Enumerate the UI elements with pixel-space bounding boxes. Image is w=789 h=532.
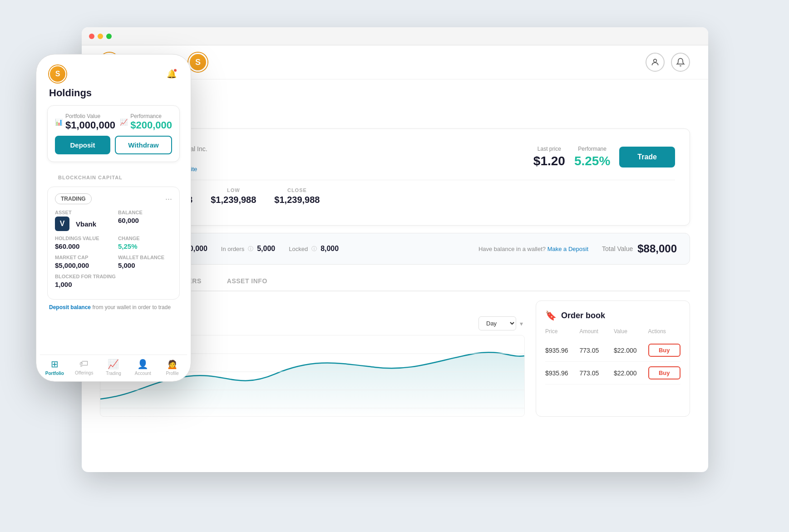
- mobile-section-title: Holdings: [40, 87, 187, 105]
- col-amount: Amount: [580, 328, 612, 335]
- mobile-asset-card-header: TRADING ···: [55, 193, 172, 204]
- close-dot: [89, 34, 94, 39]
- portfolio-value-item: 📊 Portfolio Value $1,000,000: [55, 113, 115, 131]
- asset-col: ASSET V Vbank: [55, 210, 109, 231]
- performance-value: 5.25%: [574, 154, 610, 168]
- change-value: 5,25%: [118, 242, 172, 250]
- ob-value-2: $22.000: [614, 369, 646, 377]
- portfolio-icon: 📊: [55, 118, 63, 126]
- mobile-screen: S 🔔 Holdings 📊 Portfolio Value $1,000,00…: [40, 58, 187, 378]
- deposit-msg: Have balance in a wallet? Make a Deposit: [478, 246, 588, 252]
- blockchain-label-container: BLOCKCHAIN CAPITAL: [40, 168, 187, 187]
- ob-amount-1: 773.05: [580, 347, 612, 354]
- order-book-header: 🔖 Order book: [545, 310, 681, 321]
- order-book-icon: 🔖: [545, 310, 557, 321]
- buy-button-2[interactable]: Buy: [648, 366, 681, 379]
- asset-header: Vbank Vbank Capital Inc. Incorporation N…: [115, 142, 675, 172]
- blocked-col: BLOCKED FOR TRADING 1,000: [55, 274, 172, 288]
- tab-asset-info[interactable]: ASSET INFO: [214, 272, 280, 291]
- nav-profile[interactable]: 🙍 Profile: [158, 359, 187, 376]
- portfolio-value-amount: $1,000,000: [65, 119, 115, 131]
- nav-account[interactable]: 👤 Account: [128, 359, 158, 376]
- buy-button-1[interactable]: Buy: [648, 344, 681, 357]
- trading-nav-icon: 📈: [108, 359, 119, 369]
- trading-badge: TRADING: [55, 193, 92, 204]
- ob-amount-2: 773.05: [580, 369, 612, 377]
- change-label: CHANGE: [118, 236, 172, 241]
- window-controls: [89, 34, 112, 39]
- more-options-icon[interactable]: ···: [165, 194, 172, 204]
- market-cap-label: MARKET CAP: [55, 255, 109, 260]
- asset-label: ASSET: [55, 210, 109, 215]
- mobile-deposit-msg: Deposit balance from your wallet in orde…: [40, 300, 187, 310]
- offerings-nav-label: Offerings: [75, 370, 93, 375]
- chart-filter: Day Week Month ▾: [478, 316, 523, 330]
- in-orders-info-icon: ⓘ: [248, 245, 253, 253]
- notification-icon-button[interactable]: [671, 53, 690, 72]
- mobile-withdraw-button[interactable]: Withdraw: [115, 136, 172, 154]
- offerings-nav-icon: 🏷: [79, 359, 89, 369]
- balance-value: 60,000: [118, 217, 172, 224]
- market-cap-value: $5,000,000: [55, 261, 109, 269]
- low-stat: LOW $1,239,988: [211, 187, 256, 205]
- holdings-value: $60.000: [55, 242, 109, 250]
- ob-price-1: $935.96: [545, 347, 578, 354]
- col-actions: Actions: [648, 328, 681, 335]
- balance-label: BALANCE: [118, 210, 172, 215]
- mobile-action-buttons: Deposit Withdraw: [55, 136, 172, 154]
- low-label: LOW: [211, 187, 256, 193]
- order-book-row-2: $935.96 773.05 $22.000 Buy: [545, 362, 681, 384]
- holdings-row: HOLDINGS VALUE $60.000 CHANGE 5,25%: [55, 236, 172, 250]
- last-price-label: Last price: [533, 146, 565, 152]
- trade-button[interactable]: Trade: [619, 147, 675, 167]
- close-label: CLOSE: [274, 187, 320, 193]
- portfolio-nav-label: Portfolio: [45, 371, 64, 376]
- day-select[interactable]: Day Week Month: [478, 316, 516, 330]
- market-cap-row: MARKET CAP $5,000,000 WALLET BALANCE 5,0…: [55, 255, 172, 269]
- mobile-notification-icon[interactable]: 🔔: [165, 68, 178, 80]
- mobile-asset-card: TRADING ··· ASSET V Vbank BALANCE 60,000: [47, 187, 180, 300]
- mobile-logo: S: [49, 65, 66, 83]
- asset-name-value: Vbank: [76, 220, 96, 228]
- blocked-row: BLOCKED FOR TRADING 1,000: [55, 274, 172, 288]
- fullscreen-dot: [106, 34, 112, 39]
- blocked-value: 1,000: [55, 281, 172, 288]
- locked-info-icon: ⓘ: [311, 245, 317, 253]
- holdings-value-label: HOLDINGS VALUE: [55, 236, 109, 241]
- svg-point-0: [654, 59, 657, 62]
- ob-value-1: $22.000: [614, 347, 646, 354]
- wallet-balance-label: WALLET BALANCE: [118, 255, 172, 260]
- user-icon-button[interactable]: [646, 53, 665, 72]
- mobile-deposit-button[interactable]: Deposit: [55, 136, 110, 154]
- portfolio-in-orders: In orders ⓘ 5,000: [221, 245, 275, 253]
- wallet-balance-value: 5,000: [118, 261, 172, 269]
- portfolio-nav-icon: ⊞: [51, 359, 59, 369]
- nav-offerings[interactable]: 🏷 Offerings: [69, 359, 99, 376]
- account-nav-label: Account: [135, 371, 151, 376]
- order-book-title: Order book: [561, 311, 605, 320]
- performance-section: Performane 5.25%: [574, 146, 610, 168]
- nav-portfolio[interactable]: ⊞ Portfolio: [40, 359, 69, 376]
- performance-icon: 📈: [120, 118, 128, 126]
- window-titlebar: [82, 27, 708, 45]
- dropdown-chevron-icon: ▾: [520, 320, 523, 327]
- order-book-columns: Price Amount Value Actions: [545, 328, 681, 335]
- portfolio-value-label: Portfolio Value: [65, 113, 115, 119]
- logo-circle: S: [188, 53, 207, 72]
- mobile-nav: ⊞ Portfolio 🏷 Offerings 📈 Trading 👤 Acco…: [40, 355, 187, 378]
- trading-nav-label: Trading: [106, 371, 121, 376]
- deposit-link[interactable]: Make a Deposit: [547, 246, 588, 252]
- wallet-balance-col: WALLET BALANCE 5,000: [118, 255, 172, 269]
- low-value: $1,239,988: [211, 195, 256, 205]
- minimize-dot: [98, 34, 103, 39]
- nav-trading[interactable]: 📈 Trading: [99, 359, 128, 376]
- col-price: Price: [545, 328, 578, 335]
- stats-row: ...88 HIGH $1,239,988 LOW $1,239,988 CLO…: [115, 180, 675, 212]
- profile-nav-label: Profile: [166, 371, 178, 376]
- header-icons: [646, 53, 690, 72]
- mobile-performance-label: Performance: [130, 113, 172, 119]
- close-stat: CLOSE $1,239,988: [274, 187, 320, 205]
- notification-badge: [173, 69, 177, 72]
- market-cap-col: MARKET CAP $5,000,000: [55, 255, 109, 269]
- account-nav-icon: 👤: [137, 359, 148, 369]
